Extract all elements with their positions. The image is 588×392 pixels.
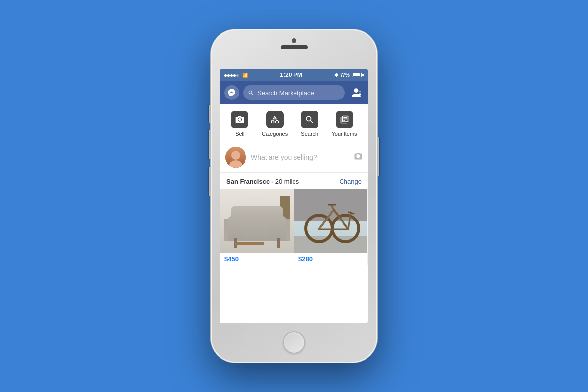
battery-percent: 77% <box>340 73 350 78</box>
categories-icon <box>270 115 280 124</box>
categories-nav-item[interactable]: Categories <box>262 111 288 137</box>
product-card-sofa[interactable]: $450 <box>220 189 294 265</box>
search-placeholder-text: Search Marketplace <box>257 89 314 97</box>
add-photo-icon[interactable] <box>354 152 363 163</box>
search-icon-box <box>301 111 318 128</box>
sell-placeholder-text[interactable]: What are you selling? <box>251 153 349 161</box>
sell-nav-item[interactable]: Sell <box>231 111 248 137</box>
location-text: San Francisco · 20 miles <box>226 178 299 185</box>
phone-top-notch <box>260 38 328 49</box>
earpiece-speaker <box>281 45 308 49</box>
svg-line-10 <box>349 212 354 214</box>
status-time: 1:20 PM <box>280 72 302 78</box>
profile-menu-button[interactable] <box>349 85 364 100</box>
sofa-price: $450 <box>220 253 294 265</box>
search-icon <box>248 90 254 96</box>
bike-frame-svg <box>302 195 366 244</box>
action-navigation: Sell Categories Search <box>220 104 368 142</box>
distance-separator: · <box>272 178 275 185</box>
bike-product-image <box>294 189 368 253</box>
svg-line-6 <box>319 210 334 229</box>
your-items-icon <box>340 115 349 124</box>
sell-input-area: What are you selling? <box>220 142 368 173</box>
search-nav-label: Search <box>301 131 318 137</box>
profile-icon <box>351 87 362 98</box>
categories-label: Categories <box>262 131 288 137</box>
sell-label: Sell <box>235 131 244 137</box>
messenger-button[interactable] <box>224 85 239 100</box>
bluetooth-icon: ✱ <box>334 73 338 78</box>
wifi-icon: 📶 <box>242 73 248 78</box>
phone-screen: 📶 1:20 PM ✱ 77% <box>220 69 368 323</box>
front-camera <box>292 38 296 43</box>
your-items-icon-box <box>336 111 353 128</box>
phone-device: 📶 1:20 PM ✱ 77% <box>211 29 377 363</box>
camera-icon <box>235 115 245 124</box>
product-grid: $450 <box>220 189 368 265</box>
sofa-image-bg <box>220 189 294 253</box>
volume-up-button <box>209 105 211 122</box>
search-nav-item[interactable]: Search <box>301 111 318 137</box>
sell-icon-box <box>231 111 248 128</box>
facebook-navbar: Search Marketplace <box>220 81 368 104</box>
power-button <box>377 137 379 176</box>
coffee-table <box>235 242 265 245</box>
silent-switch <box>209 167 211 196</box>
home-button[interactable] <box>283 331 305 354</box>
your-items-label: Your Items <box>331 131 357 137</box>
city-name: San Francisco <box>226 178 270 185</box>
sofa-product-image <box>220 189 294 253</box>
avatar-image <box>225 147 246 168</box>
sofa-body <box>228 216 286 241</box>
bike-price: $280 <box>294 253 368 265</box>
status-left: 📶 <box>224 72 248 78</box>
svg-line-9 <box>348 212 351 229</box>
categories-icon-box <box>266 111 284 128</box>
user-avatar <box>225 147 246 168</box>
sofa-leg-right <box>277 238 280 248</box>
product-card-bike[interactable]: $280 <box>294 189 368 265</box>
volume-down-button <box>209 130 211 159</box>
distance-value: 20 miles <box>275 178 299 185</box>
change-location-button[interactable]: Change <box>339 178 362 185</box>
svg-line-4 <box>334 210 348 229</box>
status-right: ✱ 77% <box>334 73 364 78</box>
bike-image-bg <box>294 189 368 253</box>
status-bar: 📶 1:20 PM ✱ 77% <box>220 69 368 81</box>
search-marketplace-bar[interactable]: Search Marketplace <box>243 85 345 100</box>
search-nav-icon <box>305 115 315 124</box>
your-items-nav-item[interactable]: Your Items <box>331 111 357 137</box>
battery-icon <box>352 73 364 77</box>
messenger-icon <box>227 88 236 97</box>
signal-strength <box>224 72 239 78</box>
camera-small-icon <box>354 152 363 161</box>
location-bar: San Francisco · 20 miles Change <box>220 173 368 189</box>
